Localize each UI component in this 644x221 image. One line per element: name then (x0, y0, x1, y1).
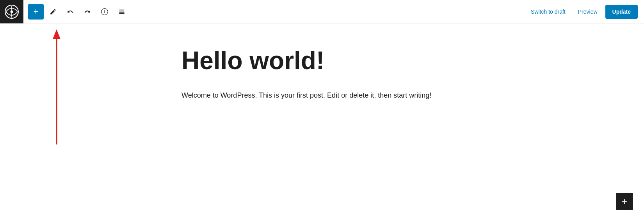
update-button[interactable]: Update (605, 5, 638, 19)
list-view-button[interactable] (114, 4, 130, 20)
main-toolbar: + (0, 0, 644, 23)
details-button[interactable] (97, 4, 112, 20)
toolbar-right: Switch to draft Preview Update (526, 5, 644, 19)
redo-button[interactable] (80, 4, 95, 20)
add-block-button[interactable]: + (28, 4, 44, 20)
undo-icon (67, 8, 74, 15)
preview-button[interactable]: Preview (573, 5, 602, 18)
toolbar-left: + (0, 0, 130, 23)
redo-icon (84, 8, 91, 15)
pencil-icon (50, 8, 57, 15)
editor-content-area: Hello world! Welcome to WordPress. This … (0, 23, 644, 221)
plus-icon: + (34, 7, 39, 16)
switch-to-draft-button[interactable]: Switch to draft (526, 5, 570, 18)
undo-button[interactable] (62, 4, 78, 20)
wp-logo-button[interactable] (0, 0, 23, 23)
post-content: Hello world! Welcome to WordPress. This … (174, 47, 470, 101)
post-paragraph[interactable]: Welcome to WordPress. This is your first… (181, 90, 463, 101)
list-view-icon (118, 8, 125, 15)
post-title[interactable]: Hello world! (181, 47, 463, 74)
bottom-plus-icon: + (622, 197, 627, 206)
wp-logo-icon (5, 5, 19, 19)
tools-button[interactable] (45, 4, 61, 20)
bottom-add-block-button[interactable]: + (616, 193, 633, 210)
info-icon (101, 8, 109, 16)
annotation-arrow (51, 27, 62, 152)
svg-marker-4 (53, 29, 60, 39)
